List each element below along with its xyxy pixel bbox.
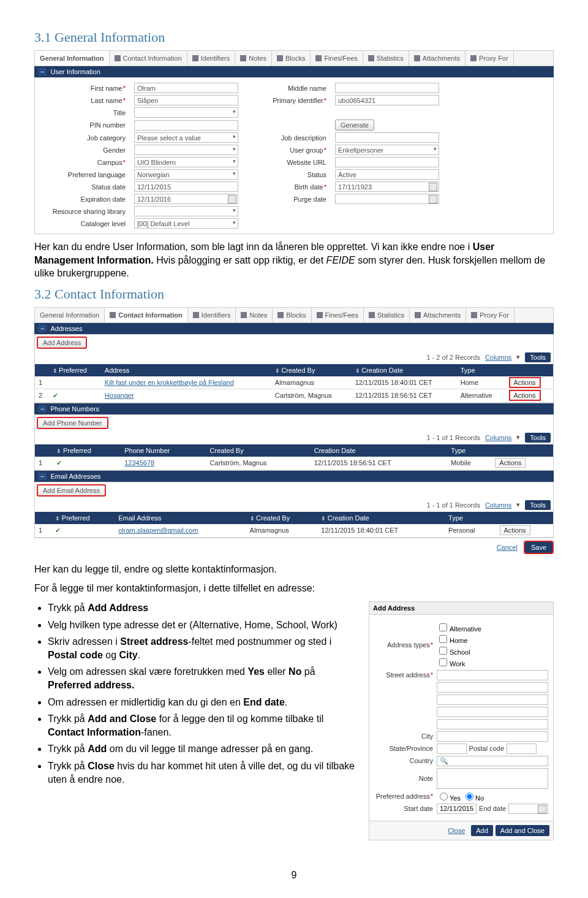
add-address-button[interactable]: Add Address <box>37 337 86 348</box>
start-date-input[interactable]: 12/11/2015 <box>437 804 477 814</box>
city-label: City <box>374 732 433 740</box>
country-input[interactable]: 🔍 <box>437 756 548 766</box>
preferred-no-radio[interactable] <box>466 793 473 801</box>
expdate-input[interactable]: 12/11/2016 <box>134 194 238 204</box>
title-label: Title <box>40 109 126 116</box>
first-name-input[interactable]: Olram <box>134 83 238 93</box>
tab-fines[interactable]: Fines/Fees <box>311 51 363 66</box>
records-count: 1 - 2 of 2 Records <box>426 354 480 361</box>
type-home-checkbox[interactable] <box>439 635 447 643</box>
collapse-icon[interactable]: − <box>38 405 47 413</box>
add-and-close-button[interactable]: Add and Close <box>496 825 549 836</box>
state-label: State/Province <box>374 745 433 752</box>
end-date-input[interactable] <box>508 804 548 814</box>
add-button[interactable]: Add <box>471 825 493 836</box>
collapse-icon[interactable]: − <box>38 325 47 332</box>
preflang-select[interactable]: Norwegian <box>134 169 238 180</box>
tools-button[interactable]: Tools <box>525 433 551 443</box>
website-input[interactable] <box>335 157 439 167</box>
identifiers-icon <box>192 55 198 61</box>
grid-icon <box>110 312 116 318</box>
jobcat-select[interactable]: Please select a value <box>134 132 238 143</box>
tools-button[interactable]: Tools <box>525 352 551 362</box>
note-input[interactable] <box>437 768 548 789</box>
postal-input[interactable] <box>507 744 537 754</box>
state-input[interactable] <box>437 744 467 754</box>
columns-link[interactable]: Columns <box>485 434 511 441</box>
tab-general-information[interactable]: General Information <box>35 308 105 322</box>
tab-proxy-for[interactable]: Proxy For <box>466 308 514 322</box>
para-3: For å legge til mer kontaktinformasjon, … <box>34 582 554 595</box>
tab-attachments[interactable]: Attachments <box>410 308 466 322</box>
collapse-icon[interactable]: − <box>38 68 47 75</box>
expdate-label: Expiration date <box>40 196 126 203</box>
statistics-icon <box>368 55 374 61</box>
actions-button[interactable]: Actions <box>500 525 530 535</box>
table-row: 2✔HosangerCarlström, Magnus12/11/2015 18… <box>35 389 553 402</box>
columns-link[interactable]: Columns <box>485 501 511 509</box>
tab-notes[interactable]: Notes <box>235 51 272 66</box>
tab-identifiers[interactable]: Identifiers <box>187 51 236 66</box>
tab-statistics[interactable]: Statistics <box>363 51 409 66</box>
tab-notes[interactable]: Notes <box>236 308 273 322</box>
fines-icon <box>317 312 323 318</box>
pin-input[interactable] <box>134 120 238 131</box>
gender-select[interactable] <box>134 145 238 155</box>
collapse-icon[interactable]: − <box>38 473 47 480</box>
add-email-button[interactable]: Add Email Address <box>37 485 105 496</box>
status-input[interactable]: Active <box>335 169 439 180</box>
street-5-input[interactable] <box>437 719 548 729</box>
street-4-input[interactable] <box>437 707 548 717</box>
preferred-yes-radio[interactable] <box>440 793 448 801</box>
street-1-input[interactable] <box>437 670 548 680</box>
save-button[interactable]: Save <box>525 542 552 553</box>
preferred-label: Preferred address <box>374 793 433 800</box>
rsl-select[interactable] <box>134 206 238 216</box>
birthdate-input[interactable]: 17/11/1923 <box>335 181 439 192</box>
add-phone-button[interactable]: Add Phone Number <box>37 417 108 428</box>
tab-blocks[interactable]: Blocks <box>272 51 311 66</box>
tab-blocks[interactable]: Blocks <box>273 308 311 322</box>
generate-button[interactable]: Generate <box>335 120 374 131</box>
city-input[interactable] <box>437 731 548 742</box>
tab-fines[interactable]: Fines/Fees <box>312 308 364 322</box>
tab-contact-information[interactable]: Contact Information <box>105 308 188 322</box>
notes-icon <box>240 55 246 61</box>
tab-proxy-for[interactable]: Proxy For <box>466 51 514 66</box>
tab-identifiers[interactable]: Identifiers <box>188 308 236 322</box>
street-label: Street address <box>374 671 433 679</box>
campus-select[interactable]: UIO Blindern <box>134 157 238 167</box>
type-school-checkbox[interactable] <box>439 647 447 655</box>
tab-statistics[interactable]: Statistics <box>364 308 410 322</box>
gender-label: Gender <box>40 146 126 154</box>
jobdesc-input[interactable] <box>335 132 439 143</box>
campus-label: Campus <box>40 159 126 166</box>
para-2: Her kan du legge til, endre og slette ko… <box>34 563 554 576</box>
rsl-label: Resource sharing library <box>40 208 126 215</box>
columns-link[interactable]: Columns <box>485 354 511 361</box>
middle-name-input[interactable] <box>335 83 439 93</box>
user-info-bar: −User Information <box>34 66 554 77</box>
type-alternative-checkbox[interactable] <box>439 623 447 631</box>
actions-button[interactable]: Actions <box>510 378 540 387</box>
jobcat-label: Job category <box>40 134 126 142</box>
purgedate-input[interactable] <box>335 194 439 204</box>
catlevel-select[interactable]: [00] Default Level <box>134 218 238 229</box>
tab-contact-information[interactable]: Contact Information <box>110 51 187 66</box>
title-select[interactable] <box>134 107 238 118</box>
street-2-input[interactable] <box>437 682 548 693</box>
primary-id-label: Primary identifier <box>247 97 326 104</box>
tab-attachments[interactable]: Attachments <box>409 51 466 66</box>
tab-general-information[interactable]: General Information <box>35 51 110 66</box>
tools-button[interactable]: Tools <box>525 500 551 510</box>
fines-icon <box>315 55 322 61</box>
primary-id-input[interactable]: ubo0654321 <box>335 95 439 105</box>
type-work-checkbox[interactable] <box>439 658 447 666</box>
usergroup-select[interactable]: Enkeltpersoner <box>335 145 439 155</box>
street-3-input[interactable] <box>437 694 548 705</box>
last-name-input[interactable]: Slåpen <box>134 95 238 105</box>
actions-button[interactable]: Actions <box>510 390 540 400</box>
actions-button[interactable]: Actions <box>495 458 526 468</box>
cancel-link[interactable]: Cancel <box>493 542 521 553</box>
close-link[interactable]: Close <box>444 825 469 836</box>
